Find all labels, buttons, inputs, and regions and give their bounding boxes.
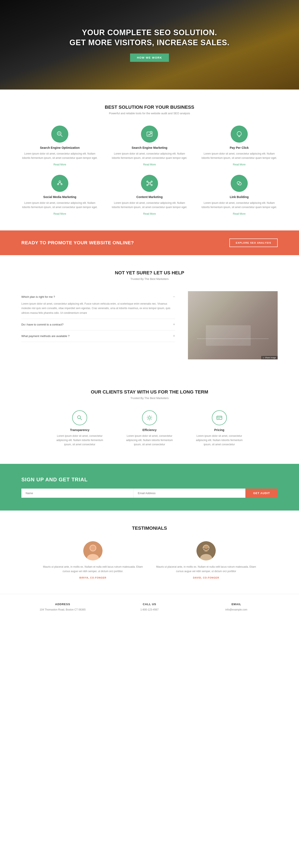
- service-link-5[interactable]: Read More: [143, 212, 156, 215]
- services-subtitle: Powerful and reliable tools for the webs…: [21, 112, 278, 115]
- svg-line-19: [150, 182, 151, 183]
- faq-section: NOT YET SURE? LET US HELP Trusted By The…: [0, 255, 299, 374]
- service-icon-social: [51, 175, 69, 192]
- svg-line-11: [58, 183, 60, 184]
- client-desc-2: Lorem ipsum dolor sit amet, consectetur …: [123, 434, 176, 447]
- service-item: Link Building Lorem ipsum dolor sit amet…: [201, 175, 278, 216]
- clients-section: OUR CLIENTS STAY WITH US FOR THE LONG TE…: [0, 374, 299, 464]
- faq-minus-icon: −: [173, 294, 175, 299]
- hero-section: YOUR COMPLETE SEO SOLUTION. GET MORE VIS…: [0, 0, 299, 90]
- testimonials-grid: Mauris ut placerat ante, in mollis ex. N…: [43, 541, 256, 579]
- svg-point-0: [57, 131, 61, 135]
- service-item: Social Media Marketing Lorem ipsum dolor…: [21, 175, 98, 216]
- svg-line-23: [80, 418, 82, 420]
- service-link-2[interactable]: Read More: [143, 163, 156, 166]
- faq-title: NOT YET SURE? LET US HELP: [21, 270, 278, 276]
- service-title-2: Search Engine Marketing: [111, 146, 188, 149]
- testimonial-author-1: BIRIYA, CO-FONGER: [43, 577, 143, 579]
- hero-cta-button[interactable]: HOW WE WORK: [130, 54, 169, 62]
- settings-icon: [142, 410, 157, 425]
- footer-call: CALL US 1-800-123-4567: [108, 602, 191, 612]
- clients-grid: Transparency Lorem ipsum dolor sit amet,…: [53, 410, 246, 447]
- signup-email-input[interactable]: [134, 489, 245, 498]
- signup-section: SIGN UP AND GET TRIAL GET AUDIT: [0, 464, 299, 510]
- service-icon-seo: [51, 126, 69, 143]
- svg-point-8: [59, 181, 61, 183]
- testimonial-2: Mauris ut placerat ante, in mollis ex. N…: [156, 541, 256, 579]
- service-icon-sem: $: [141, 126, 158, 143]
- footer-address: ADDRESS 104 Thomaston Road, Boston CT 06…: [21, 602, 104, 612]
- service-desc-1: Lorem ipsum dolor sit amet, consectetur …: [21, 152, 98, 160]
- client-desc-1: Lorem ipsum dolor sit amet, consectetur …: [53, 434, 106, 447]
- footer-call-title: CALL US: [108, 602, 191, 606]
- faq-item-2: Do i have to commit to a contract? +: [21, 319, 175, 331]
- faq-subtitle: Trusted By The Best Marketers: [21, 277, 278, 281]
- footer-address-title: ADDRESS: [21, 602, 104, 606]
- services-grid: Search Engine Optimization Lorem ipsum d…: [21, 126, 278, 216]
- faq-question-2[interactable]: Do i have to commit to a contract? +: [21, 322, 175, 327]
- footer-email-text: info@example.com: [195, 608, 278, 612]
- svg-point-15: [151, 181, 152, 182]
- service-title-4: Social Media Marketing: [21, 195, 98, 199]
- service-icon-ppc: [230, 126, 248, 143]
- client-pricing: Pricing Lorem ipsum dolor sit amet, cons…: [193, 410, 246, 447]
- clients-title: OUR CLIENTS STAY WITH US FOR THE LONG TE…: [21, 389, 278, 395]
- service-item: Search Engine Optimization Lorem ipsum d…: [21, 126, 98, 166]
- service-link-1[interactable]: Read More: [53, 163, 66, 166]
- svg-line-18: [148, 182, 149, 183]
- svg-point-9: [57, 184, 59, 185]
- client-title-2: Efficiency: [123, 428, 176, 432]
- svg-point-32: [90, 546, 96, 551]
- service-desc-5: Lorem ipsum dolor sit amet, consectetur …: [111, 201, 188, 210]
- signup-form: GET AUDIT: [21, 489, 278, 498]
- faq-plus-icon-2: +: [173, 334, 175, 338]
- footer-call-text: 1-800-123-4567: [108, 608, 191, 612]
- faq-accordion: Which plan is right for me ? − Lorem ips…: [21, 291, 175, 342]
- signup-submit-button[interactable]: GET AUDIT: [245, 489, 278, 498]
- testimonials-title: TESTIMONIALS: [21, 525, 278, 531]
- service-title-5: Content Marketing: [111, 195, 188, 199]
- hero-title: YOUR COMPLETE SEO SOLUTION. GET MORE VIS…: [70, 28, 229, 48]
- faq-question-1[interactable]: Which plan is right for me ? −: [21, 294, 175, 299]
- avatar-male: [196, 541, 216, 560]
- svg-line-12: [60, 183, 61, 184]
- faq-plus-icon: +: [173, 322, 175, 327]
- services-section: BEST SOLUTION FOR YOUR BUSINESS Powerful…: [0, 90, 299, 230]
- signup-name-input[interactable]: [21, 489, 134, 498]
- service-title-1: Search Engine Optimization: [21, 146, 98, 149]
- svg-line-1: [61, 135, 62, 137]
- testimonials-section: TESTIMONIALS Mauris ut placerat ante, in…: [0, 510, 299, 594]
- faq-question-3[interactable]: What payment methods are available ? +: [21, 334, 175, 338]
- svg-line-21: [150, 184, 151, 185]
- hero-content: YOUR COMPLETE SEO SOLUTION. GET MORE VIS…: [70, 28, 229, 62]
- footer-email-title: EMAIL: [195, 602, 278, 606]
- faq-container: Which plan is right for me ? − Lorem ips…: [21, 291, 278, 360]
- footer: ADDRESS 104 Thomaston Road, Boston CT 06…: [0, 594, 299, 620]
- service-desc-6: Lorem ipsum dolor sit amet, consectetur …: [201, 201, 278, 210]
- testimonial-1: Mauris ut placerat ante, in mollis ex. N…: [43, 541, 143, 579]
- cta-banner-button[interactable]: EXPLORE SEO ANALYSIS: [229, 239, 278, 247]
- svg-point-24: [148, 417, 151, 419]
- svg-point-2: [58, 132, 60, 134]
- svg-point-16: [147, 184, 148, 186]
- testimonial-author-2: DAVID, CO-FONGER: [156, 577, 256, 579]
- share-badge: ▷ Share Image: [261, 356, 278, 360]
- service-title-3: Pay Per Click: [201, 146, 278, 149]
- service-desc-3: Lorem ipsum dolor sit amet, consectetur …: [201, 152, 278, 160]
- client-desc-3: Lorem ipsum dolor sit amet, consectetur …: [193, 434, 246, 447]
- clients-subtitle: Trusted By The Best Marketers: [21, 397, 278, 400]
- service-icon-link: [230, 175, 248, 192]
- testimonial-text-2: Mauris ut placerat ante, in mollis ex. N…: [156, 565, 256, 574]
- faq-answer-1: Lorem ipsum dolor sit amet, consectetur …: [21, 302, 175, 315]
- faq-image: ▷ Share Image: [188, 291, 278, 360]
- service-link-3[interactable]: Read More: [233, 163, 245, 166]
- svg-text:$: $: [151, 132, 152, 134]
- svg-point-17: [151, 184, 152, 186]
- service-link-6[interactable]: Read More: [233, 212, 245, 215]
- client-title-1: Transparency: [53, 428, 106, 432]
- client-title-3: Pricing: [193, 428, 246, 432]
- service-link-4[interactable]: Read More: [53, 212, 66, 215]
- testimonial-text-1: Mauris ut placerat ante, in mollis ex. N…: [43, 565, 143, 574]
- faq-item-3: What payment methods are available ? +: [21, 331, 175, 342]
- signup-title: SIGN UP AND GET TRIAL: [21, 477, 278, 483]
